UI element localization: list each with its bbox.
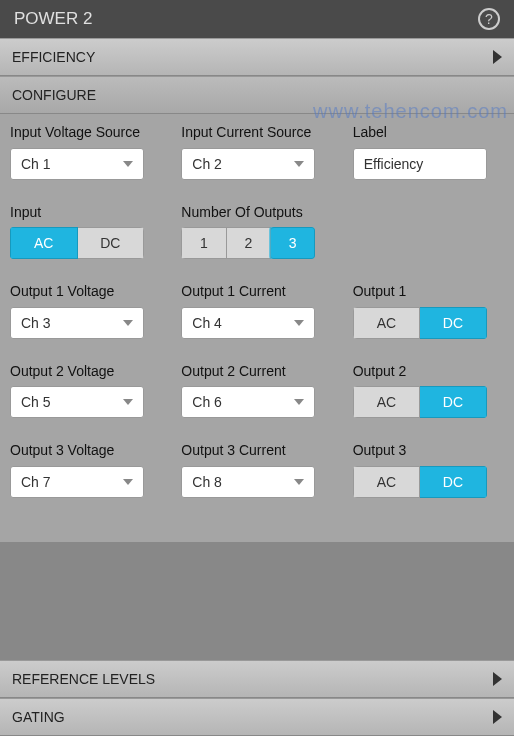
input-current-source-select[interactable]: Ch 2 <box>181 148 315 180</box>
dropdown-icon <box>123 399 133 405</box>
out2-current-value: Ch 6 <box>192 394 222 410</box>
panel-header: POWER 2 ? <box>0 0 514 38</box>
section-reference-levels-label: REFERENCE LEVELS <box>12 671 155 687</box>
out1-voltage-value: Ch 3 <box>21 315 51 331</box>
out1-current-value: Ch 4 <box>192 315 222 331</box>
section-efficiency-label: EFFICIENCY <box>12 49 95 65</box>
out1-current-label: Output 1 Current <box>181 283 332 301</box>
label-field-label: Label <box>353 124 504 142</box>
num-outputs-segment: 1 2 3 <box>181 227 315 259</box>
chevron-right-icon <box>493 672 502 686</box>
out2-voltage-select[interactable]: Ch 5 <box>10 386 144 418</box>
out2-mode-label: Output 2 <box>353 363 504 381</box>
out2-mode-dc[interactable]: DC <box>420 386 487 418</box>
out3-mode-segment: AC DC <box>353 466 487 498</box>
section-reference-levels[interactable]: REFERENCE LEVELS <box>0 660 514 698</box>
dropdown-icon <box>123 320 133 326</box>
help-icon[interactable]: ? <box>478 8 500 30</box>
out1-mode-label: Output 1 <box>353 283 504 301</box>
dropdown-icon <box>294 399 304 405</box>
chevron-right-icon <box>493 50 502 64</box>
dropdown-icon <box>123 161 133 167</box>
out2-voltage-label: Output 2 Voltage <box>10 363 161 381</box>
out2-current-label: Output 2 Current <box>181 363 332 381</box>
dropdown-icon <box>294 320 304 326</box>
out3-current-value: Ch 8 <box>192 474 222 490</box>
out2-mode-segment: AC DC <box>353 386 487 418</box>
num-outputs-1[interactable]: 1 <box>181 227 226 259</box>
out1-voltage-select[interactable]: Ch 3 <box>10 307 144 339</box>
input-mode-ac[interactable]: AC <box>10 227 78 259</box>
dropdown-icon <box>294 479 304 485</box>
out1-mode-dc[interactable]: DC <box>420 307 487 339</box>
input-mode-dc[interactable]: DC <box>78 227 145 259</box>
input-mode-label: Input <box>10 204 161 222</box>
input-current-source-label: Input Current Source <box>181 124 332 142</box>
section-configure[interactable]: CONFIGURE <box>0 76 514 114</box>
out3-mode-dc[interactable]: DC <box>420 466 487 498</box>
out3-voltage-label: Output 3 Voltage <box>10 442 161 460</box>
out1-voltage-label: Output 1 Voltage <box>10 283 161 301</box>
out2-current-select[interactable]: Ch 6 <box>181 386 315 418</box>
configure-content: Input Voltage Source Ch 1 Input Current … <box>0 114 514 542</box>
input-current-source-value: Ch 2 <box>192 156 222 172</box>
section-gating[interactable]: GATING <box>0 698 514 736</box>
input-voltage-source-value: Ch 1 <box>21 156 51 172</box>
chevron-right-icon <box>493 710 502 724</box>
dropdown-icon <box>294 161 304 167</box>
out3-voltage-select[interactable]: Ch 7 <box>10 466 144 498</box>
section-efficiency[interactable]: EFFICIENCY <box>0 38 514 76</box>
out2-voltage-value: Ch 5 <box>21 394 51 410</box>
input-voltage-source-select[interactable]: Ch 1 <box>10 148 144 180</box>
out1-mode-segment: AC DC <box>353 307 487 339</box>
out1-mode-ac[interactable]: AC <box>353 307 421 339</box>
out3-current-label: Output 3 Current <box>181 442 332 460</box>
out3-voltage-value: Ch 7 <box>21 474 51 490</box>
label-field-input[interactable] <box>353 148 487 180</box>
num-outputs-3[interactable]: 3 <box>271 227 315 259</box>
out3-current-select[interactable]: Ch 8 <box>181 466 315 498</box>
section-configure-label: CONFIGURE <box>12 87 96 103</box>
out3-mode-label: Output 3 <box>353 442 504 460</box>
out1-current-select[interactable]: Ch 4 <box>181 307 315 339</box>
input-mode-segment: AC DC <box>10 227 144 259</box>
out3-mode-ac[interactable]: AC <box>353 466 421 498</box>
num-outputs-label: Number Of Outputs <box>181 204 332 222</box>
num-outputs-2[interactable]: 2 <box>227 227 271 259</box>
panel-title: POWER 2 <box>14 9 92 29</box>
section-gating-label: GATING <box>12 709 65 725</box>
input-voltage-source-label: Input Voltage Source <box>10 124 161 142</box>
dropdown-icon <box>123 479 133 485</box>
out2-mode-ac[interactable]: AC <box>353 386 421 418</box>
